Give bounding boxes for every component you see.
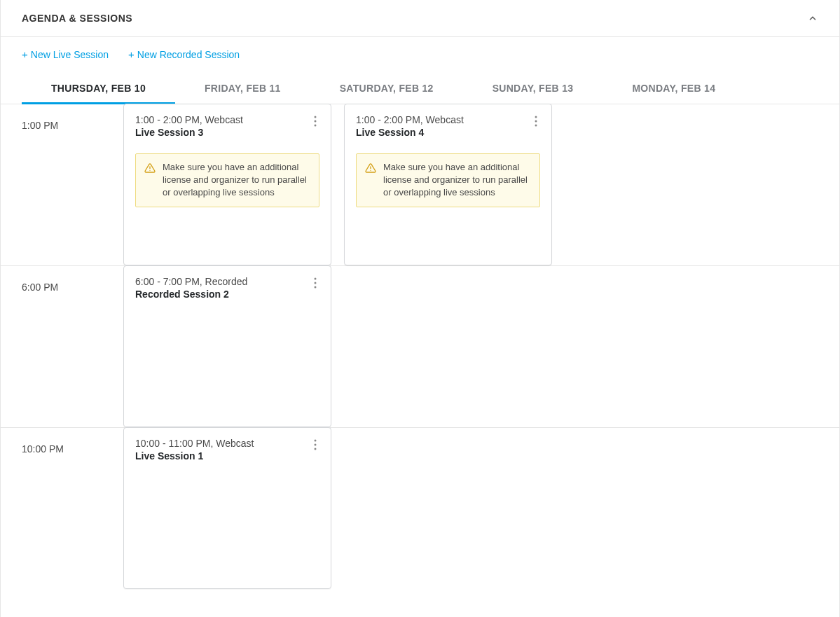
warning-icon bbox=[144, 162, 156, 176]
chevron-up-icon bbox=[808, 13, 818, 23]
new-recorded-session-button[interactable]: + New Recorded Session bbox=[128, 48, 240, 60]
session-title: Live Session 3 bbox=[135, 127, 243, 138]
actions-row: + New Live Session + New Recorded Sessio… bbox=[1, 37, 839, 60]
svg-point-5 bbox=[535, 116, 537, 118]
new-recorded-label: New Recorded Session bbox=[137, 49, 240, 60]
svg-point-13 bbox=[315, 440, 317, 442]
session-cards-container: 1:00 - 2:00 PM, Webcast Live Session 3 M… bbox=[123, 104, 839, 265]
timeslot-row: 10:00 PM 10:00 - 11:00 PM, Webcast Live … bbox=[1, 428, 839, 589]
date-tabs: THURSDAY, FEB 10 FRIDAY, FEB 11 SATURDAY… bbox=[1, 60, 839, 104]
session-meta: 1:00 - 2:00 PM, Webcast bbox=[135, 114, 243, 125]
panel-title: AGENDA & SESSIONS bbox=[22, 13, 132, 24]
svg-point-12 bbox=[315, 286, 317, 289]
session-cards-container: 6:00 - 7:00 PM, Recorded Recorded Sessio… bbox=[123, 266, 839, 427]
svg-point-1 bbox=[315, 120, 317, 123]
warning-text: Make sure you have an additional license… bbox=[163, 161, 310, 200]
time-label: 1:00 PM bbox=[1, 104, 123, 265]
new-live-session-button[interactable]: + New Live Session bbox=[22, 48, 109, 60]
svg-point-15 bbox=[315, 448, 317, 450]
session-more-menu[interactable] bbox=[311, 276, 319, 292]
session-card-header: 6:00 - 7:00 PM, Recorded Recorded Sessio… bbox=[135, 276, 319, 300]
session-more-menu[interactable] bbox=[311, 438, 319, 454]
plus-icon: + bbox=[128, 48, 135, 60]
tab-thursday-feb-10[interactable]: THURSDAY, FEB 10 bbox=[22, 76, 175, 104]
session-meta: 1:00 - 2:00 PM, Webcast bbox=[356, 114, 464, 125]
session-meta: 10:00 - 11:00 PM, Webcast bbox=[135, 438, 254, 449]
session-card[interactable]: 1:00 - 2:00 PM, Webcast Live Session 4 M… bbox=[344, 104, 552, 265]
tab-monday-feb-14[interactable]: MONDAY, FEB 14 bbox=[603, 76, 745, 104]
session-more-menu[interactable] bbox=[311, 114, 319, 130]
session-card-header: 10:00 - 11:00 PM, Webcast Live Session 1 bbox=[135, 438, 319, 462]
warning-box: Make sure you have an additional license… bbox=[356, 153, 540, 207]
session-cards-container: 10:00 - 11:00 PM, Webcast Live Session 1 bbox=[123, 428, 839, 589]
tab-saturday-feb-12[interactable]: SATURDAY, FEB 12 bbox=[310, 76, 463, 104]
timeslot-row: 1:00 PM 1:00 - 2:00 PM, Webcast Live Ses… bbox=[1, 104, 839, 266]
warning-box: Make sure you have an additional license… bbox=[135, 153, 319, 207]
svg-point-2 bbox=[315, 125, 317, 127]
svg-point-0 bbox=[315, 116, 317, 118]
more-vertical-icon bbox=[314, 439, 317, 450]
new-live-label: New Live Session bbox=[31, 49, 109, 60]
plus-icon: + bbox=[22, 48, 28, 60]
warning-icon bbox=[365, 162, 376, 176]
tab-friday-feb-11[interactable]: FRIDAY, FEB 11 bbox=[175, 76, 310, 104]
time-label: 10:00 PM bbox=[1, 428, 123, 589]
session-title: Live Session 4 bbox=[356, 127, 464, 138]
session-card-header: 1:00 - 2:00 PM, Webcast Live Session 4 bbox=[356, 114, 540, 138]
more-vertical-icon bbox=[535, 116, 537, 127]
svg-point-14 bbox=[315, 444, 317, 446]
session-title: Recorded Session 2 bbox=[135, 289, 247, 300]
session-card[interactable]: 1:00 - 2:00 PM, Webcast Live Session 3 M… bbox=[123, 104, 331, 265]
svg-point-7 bbox=[535, 125, 537, 127]
agenda-grid: 1:00 PM 1:00 - 2:00 PM, Webcast Live Ses… bbox=[1, 104, 839, 589]
svg-point-11 bbox=[315, 282, 317, 284]
session-card[interactable]: 6:00 - 7:00 PM, Recorded Recorded Sessio… bbox=[123, 265, 331, 427]
svg-point-10 bbox=[315, 278, 317, 280]
session-more-menu[interactable] bbox=[532, 114, 540, 130]
panel-header: AGENDA & SESSIONS bbox=[1, 0, 839, 37]
time-label: 6:00 PM bbox=[1, 266, 123, 427]
session-title: Live Session 1 bbox=[135, 450, 254, 462]
more-vertical-icon bbox=[314, 116, 317, 127]
agenda-sessions-panel: AGENDA & SESSIONS + New Live Session + N… bbox=[0, 0, 840, 617]
collapse-toggle[interactable] bbox=[807, 13, 818, 24]
more-vertical-icon bbox=[314, 277, 317, 289]
timeslot-row: 6:00 PM 6:00 - 7:00 PM, Recorded Recorde… bbox=[1, 266, 839, 428]
warning-text: Make sure you have an additional license… bbox=[383, 161, 531, 200]
tab-sunday-feb-13[interactable]: SUNDAY, FEB 13 bbox=[463, 76, 603, 104]
svg-point-6 bbox=[535, 120, 537, 123]
session-card[interactable]: 10:00 - 11:00 PM, Webcast Live Session 1 bbox=[123, 427, 331, 589]
session-meta: 6:00 - 7:00 PM, Recorded bbox=[135, 276, 247, 287]
session-card-header: 1:00 - 2:00 PM, Webcast Live Session 3 bbox=[135, 114, 319, 138]
